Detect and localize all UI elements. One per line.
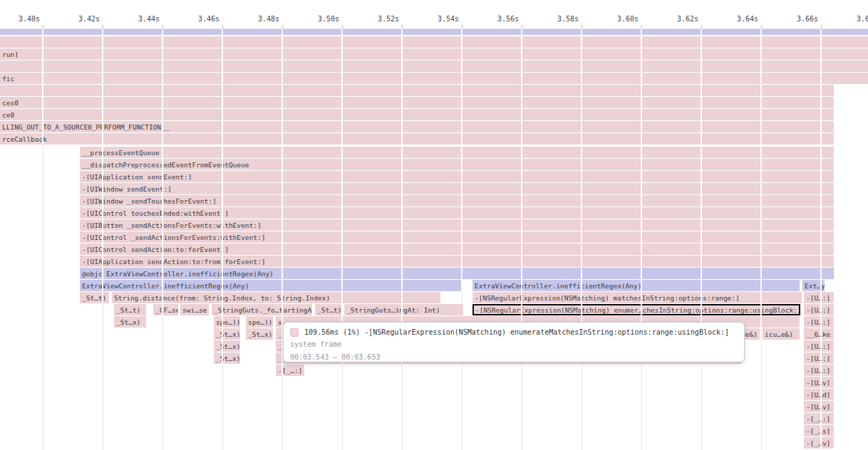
stack-frame-bar[interactable]: -[UIWindow _sendTouchesForEvent:] <box>80 195 834 206</box>
stack-frame-bar[interactable]: -[U…v] <box>804 377 834 388</box>
stack-frame-bar[interactable]: -[U…:] <box>804 365 834 376</box>
stack-frame-bar[interactable] <box>0 29 868 35</box>
stack-frame-label: -[UIApplication sendAction:to:from:forEv… <box>80 258 265 266</box>
stack-frame-bar[interactable]: _StringGuts._fo…tartingAt: Int) <box>212 304 312 315</box>
stack-frame-bar[interactable]: -[U…:] <box>804 352 834 364</box>
stack-frame-label: __dispatchPreprocessedEventFromEventQueu… <box>80 161 249 169</box>
stack-frame-bar[interactable]: -[U…v] <box>804 401 834 412</box>
stack-frame-bar[interactable]: __processEventQueue <box>80 147 834 158</box>
stack-frame-bar[interactable]: spe…)) <box>214 316 240 328</box>
ruler-tick-label: 3.40s <box>6 15 40 23</box>
stack-frame-bar[interactable]: ce0 <box>0 109 834 120</box>
ruler-tick-mark <box>342 25 343 28</box>
stack-frame-bar[interactable]: -[U…:] <box>804 316 834 328</box>
ruler-tick-mark <box>402 25 403 28</box>
tooltip-time-range: 00:03.543 — 00:03.653 <box>290 351 737 364</box>
gridline <box>103 303 103 450</box>
stack-frame-bar[interactable]: ExtraViewController.inefficientRegex(Any… <box>80 280 462 291</box>
stack-frame-bar[interactable]: LLING_OUT_TO_A_SOURCE0_PERFORM_FUNCTION_… <box>0 121 834 132</box>
gridline-overlay <box>581 29 582 328</box>
stack-frame-bar[interactable]: _St…x) <box>246 328 273 340</box>
stack-frame-bar[interactable]: _St…x) <box>214 352 240 364</box>
stack-frame-bar[interactable]: _St…t) <box>114 304 146 315</box>
stack-frame-bar[interactable]: -[UIWindow sendEvent:] <box>80 183 834 194</box>
ruler-tick-label: 3.58s <box>544 15 579 23</box>
stack-frame-label: ExtraViewController.inefficientRegex(Any… <box>472 282 642 290</box>
stack-frame-bar[interactable] <box>0 61 868 72</box>
stack-frame-label: _StringGuts…ingAt: Int) <box>344 306 440 314</box>
stack-frame-label: -[U…:] <box>804 367 830 375</box>
stack-frame-bar[interactable]: spe…)) <box>246 316 273 328</box>
stack-frame-bar[interactable]: -[UIApplication sendEvent:] <box>80 171 834 182</box>
stack-frame-bar[interactable]: _St…t) <box>80 292 109 303</box>
stack-frame-bar[interactable]: icu…e&) <box>763 328 800 340</box>
gridline <box>162 315 163 450</box>
stack-frame-label: _CF…se <box>153 306 178 314</box>
stack-frame-bar[interactable]: -[_…v] <box>804 437 834 449</box>
stack-frame-bar[interactable]: _St…x) <box>114 316 146 328</box>
stack-frame-bar[interactable]: -[UIApplication sendAction:to:from:forEv… <box>80 256 834 267</box>
stack-frame-bar[interactable]: -[_…s] <box>804 425 834 436</box>
stack-frame-bar[interactable]: -[U…:] <box>804 304 834 315</box>
stack-frame-bar[interactable]: @objc ExtraViewController.inefficientReg… <box>80 268 834 279</box>
stack-frame-label: ExtraViewController.inefficientRegex(Any… <box>80 282 249 290</box>
stack-frame-bar[interactable]: ces0 <box>0 97 834 108</box>
stack-frame-bar[interactable]: -[UIControl touchesEnded:withEvent:] <box>80 207 834 219</box>
gridline <box>761 328 762 450</box>
ruler-tick-mark <box>462 25 463 28</box>
stack-frame-bar[interactable]: rceCallback <box>0 133 834 145</box>
ruler-tick-label: 3.48s <box>245 15 279 23</box>
stack-frame-label: -[_…s] <box>804 427 830 435</box>
stack-frame-bar[interactable]: fic <box>0 73 868 84</box>
stack-frame-label: _St…x) <box>214 330 240 338</box>
ruler-tick-mark <box>43 25 43 28</box>
stack-frame-bar[interactable] <box>0 36 868 48</box>
gridline-overlay <box>461 29 463 292</box>
stack-frame-label: -[U…:] <box>804 318 830 326</box>
stack-frame-bar[interactable]: swi…se <box>180 304 209 315</box>
ruler-tick-mark <box>761 25 762 28</box>
stack-frame-bar[interactable]: -[UIControl _sendActionsForEvents:withEv… <box>80 231 834 243</box>
stack-frame-bar[interactable]: -[UIControl sendAction:to:forEvent:] <box>80 244 834 255</box>
stack-frame-bar[interactable]: -[U…:] <box>804 340 834 352</box>
stack-frame-bar[interactable]: -[_…:] <box>804 413 834 424</box>
stack-frame-label: _St…x) <box>246 330 272 338</box>
tooltip-title: 109.56ms (1%) -[NSRegularExpression(NSMa… <box>304 326 729 338</box>
stack-frame-bar[interactable]: _CF…se <box>153 304 178 315</box>
stack-frame-bar[interactable]: -[UIButton _sendActionsForEvents:withEve… <box>80 219 834 231</box>
stack-frame-bar[interactable]: -[_…:] <box>276 365 304 376</box>
stack-frame-bar[interactable]: run] <box>0 48 868 60</box>
ruler-tick-label: 3.52s <box>365 15 399 23</box>
stack-frame-bar[interactable]: __dispatchPreprocessedEventFromEventQueu… <box>80 159 834 170</box>
stack-frame-bar[interactable]: _St…t) <box>315 304 342 315</box>
stack-frame-bar[interactable]: -[U…:] <box>804 292 834 303</box>
stack-frame-label: -[U…:] <box>804 355 830 362</box>
gridline-overlay <box>162 29 163 315</box>
gridline <box>402 364 403 450</box>
stack-frame-bar[interactable]: -[U…d] <box>804 389 834 400</box>
ruler-tick-label: 3.68s <box>844 15 868 23</box>
ruler-tick-label: 3.60s <box>604 15 639 23</box>
stack-frame-label: -[UIApplication sendEvent:] <box>80 173 192 181</box>
ruler-tick-mark <box>162 25 163 28</box>
gridline-overlay <box>760 29 762 328</box>
gridline <box>342 364 343 450</box>
time-ruler[interactable]: 3.40s3.42s3.44s3.46s3.48s3.50s3.52s3.54s… <box>0 0 868 29</box>
gridline-overlay <box>641 29 642 328</box>
ruler-tick-label: 3.62s <box>664 15 698 23</box>
gridline <box>43 145 43 450</box>
stack-frame-bar[interactable]: _StringGuts…ingAt: Int) <box>344 304 463 315</box>
gridline-overlay <box>701 29 702 328</box>
stack-frame-bar[interactable]: _St…x) <box>214 340 240 352</box>
stack-frame-bar[interactable]: __6…ke <box>804 328 834 340</box>
gridline-overlay <box>401 29 403 364</box>
stack-frame-label: -[NSRegularExpression(NSMatching) matche… <box>472 294 740 302</box>
ruler-tick-mark <box>282 25 283 28</box>
stack-frame-label: ces0 <box>0 99 19 107</box>
tooltip-title-line: 109.56ms (1%) -[NSRegularExpression(NSMa… <box>290 326 737 338</box>
stack-frame-label: -[UIWindow _sendTouchesForEvent:] <box>80 197 217 205</box>
ruler-tick-label: 3.42s <box>66 15 100 23</box>
stack-frame-bar[interactable]: _St…x) <box>214 328 240 340</box>
gridline-overlay <box>102 29 103 303</box>
stack-frame-bar[interactable] <box>0 85 834 96</box>
